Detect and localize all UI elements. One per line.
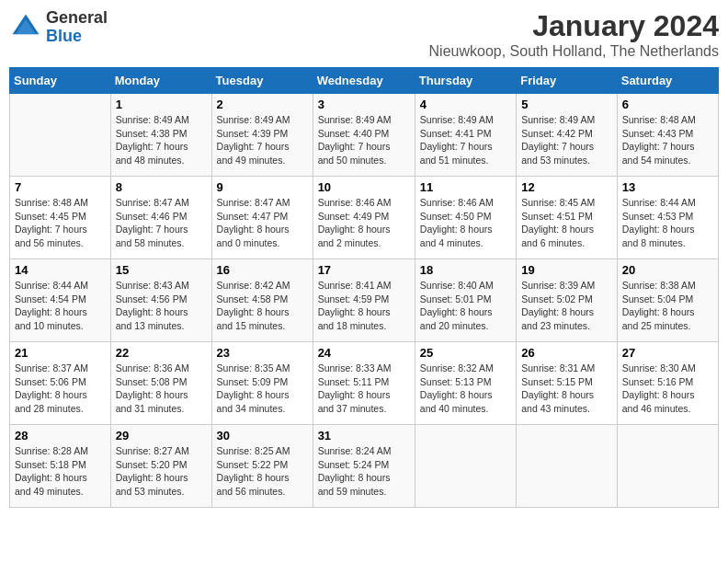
week-row-0: 1Sunrise: 8:49 AMSunset: 4:38 PMDaylight… (10, 94, 719, 177)
day-info: Sunrise: 8:48 AMSunset: 4:43 PMDaylight:… (622, 113, 713, 167)
cell-w4-d5 (517, 425, 618, 508)
day-info: Sunrise: 8:44 AMSunset: 4:53 PMDaylight:… (622, 196, 713, 250)
day-info: Sunrise: 8:49 AMSunset: 4:40 PMDaylight:… (318, 113, 410, 167)
day-info: Sunrise: 8:44 AMSunset: 4:54 PMDaylight:… (15, 279, 106, 333)
week-row-2: 14Sunrise: 8:44 AMSunset: 4:54 PMDayligh… (10, 259, 719, 342)
cell-w1-d3: 10Sunrise: 8:46 AMSunset: 4:49 PMDayligh… (313, 177, 415, 259)
day-info: Sunrise: 8:42 AMSunset: 4:58 PMDaylight:… (217, 279, 308, 333)
day-number: 10 (318, 180, 410, 194)
day-number: 30 (217, 429, 308, 442)
cell-w1-d1: 8Sunrise: 8:47 AMSunset: 4:46 PMDaylight… (110, 177, 211, 259)
cell-w1-d4: 11Sunrise: 8:46 AMSunset: 4:50 PMDayligh… (415, 177, 516, 259)
cell-w4-d2: 30Sunrise: 8:25 AMSunset: 5:22 PMDayligh… (211, 425, 313, 508)
day-info: Sunrise: 8:33 AMSunset: 5:11 PMDaylight:… (318, 362, 410, 416)
day-number: 28 (15, 429, 106, 442)
header-row: Sunday Monday Tuesday Wednesday Thursday… (10, 68, 719, 94)
day-info: Sunrise: 8:49 AMSunset: 4:39 PMDaylight:… (217, 113, 308, 167)
day-number: 22 (116, 346, 207, 360)
day-info: Sunrise: 8:45 AMSunset: 4:51 PMDaylight:… (521, 196, 612, 250)
day-info: Sunrise: 8:31 AMSunset: 5:15 PMDaylight:… (521, 362, 612, 416)
day-number: 7 (15, 180, 106, 194)
cell-w3-d2: 23Sunrise: 8:35 AMSunset: 5:09 PMDayligh… (211, 342, 313, 425)
day-number: 19 (521, 263, 612, 277)
logo-blue: Blue (46, 28, 108, 46)
cell-w4-d0: 28Sunrise: 8:28 AMSunset: 5:18 PMDayligh… (10, 425, 111, 508)
cell-w2-d3: 17Sunrise: 8:41 AMSunset: 4:59 PMDayligh… (313, 259, 415, 342)
day-number: 24 (318, 346, 410, 360)
cell-w4-d4 (415, 425, 516, 508)
header: General Blue January 2024 Nieuwkoop, Sou… (9, 9, 719, 60)
logo-general: General (46, 9, 108, 28)
day-number: 12 (521, 180, 612, 194)
cell-w3-d4: 25Sunrise: 8:32 AMSunset: 5:13 PMDayligh… (415, 342, 516, 425)
cell-w0-d5: 5Sunrise: 8:49 AMSunset: 4:42 PMDaylight… (517, 94, 618, 177)
cell-w0-d4: 4Sunrise: 8:49 AMSunset: 4:41 PMDaylight… (415, 94, 516, 177)
day-number: 11 (420, 180, 511, 194)
cell-w2-d5: 19Sunrise: 8:39 AMSunset: 5:02 PMDayligh… (517, 259, 618, 342)
day-number: 15 (116, 263, 207, 277)
week-row-1: 7Sunrise: 8:48 AMSunset: 4:45 PMDaylight… (10, 177, 719, 259)
day-number: 3 (318, 98, 410, 111)
day-number: 20 (622, 263, 713, 277)
cell-w3-d1: 22Sunrise: 8:36 AMSunset: 5:08 PMDayligh… (110, 342, 211, 425)
day-number: 18 (420, 263, 511, 277)
day-info: Sunrise: 8:47 AMSunset: 4:47 PMDaylight:… (217, 196, 308, 250)
col-monday: Monday (110, 68, 211, 94)
day-info: Sunrise: 8:49 AMSunset: 4:41 PMDaylight:… (420, 113, 511, 167)
cell-w0-d0 (10, 94, 111, 177)
day-number: 9 (217, 180, 308, 194)
cell-w3-d3: 24Sunrise: 8:33 AMSunset: 5:11 PMDayligh… (313, 342, 415, 425)
cell-w1-d5: 12Sunrise: 8:45 AMSunset: 4:51 PMDayligh… (517, 177, 618, 259)
logo: General Blue (9, 9, 108, 46)
cell-w3-d5: 26Sunrise: 8:31 AMSunset: 5:15 PMDayligh… (517, 342, 618, 425)
day-info: Sunrise: 8:36 AMSunset: 5:08 PMDaylight:… (116, 362, 207, 416)
calendar-title: January 2024 (429, 9, 719, 43)
calendar-table: Sunday Monday Tuesday Wednesday Thursday… (9, 67, 719, 508)
day-number: 4 (420, 98, 511, 111)
col-wednesday: Wednesday (313, 68, 415, 94)
col-thursday: Thursday (415, 68, 516, 94)
day-number: 27 (622, 346, 713, 360)
day-number: 31 (318, 429, 410, 442)
day-info: Sunrise: 8:35 AMSunset: 5:09 PMDaylight:… (217, 362, 308, 416)
day-info: Sunrise: 8:37 AMSunset: 5:06 PMDaylight:… (15, 362, 106, 416)
day-info: Sunrise: 8:39 AMSunset: 5:02 PMDaylight:… (521, 279, 612, 333)
logo-icon (9, 11, 42, 44)
calendar-header: Sunday Monday Tuesday Wednesday Thursday… (10, 68, 719, 94)
cell-w2-d2: 16Sunrise: 8:42 AMSunset: 4:58 PMDayligh… (211, 259, 313, 342)
day-info: Sunrise: 8:28 AMSunset: 5:18 PMDaylight:… (15, 444, 106, 499)
week-row-3: 21Sunrise: 8:37 AMSunset: 5:06 PMDayligh… (10, 342, 719, 425)
cell-w2-d1: 15Sunrise: 8:43 AMSunset: 4:56 PMDayligh… (110, 259, 211, 342)
cell-w1-d2: 9Sunrise: 8:47 AMSunset: 4:47 PMDaylight… (211, 177, 313, 259)
day-number: 26 (521, 346, 612, 360)
day-info: Sunrise: 8:49 AMSunset: 4:38 PMDaylight:… (116, 113, 207, 167)
day-number: 17 (318, 263, 410, 277)
day-number: 8 (116, 180, 207, 194)
cell-w0-d1: 1Sunrise: 8:49 AMSunset: 4:38 PMDaylight… (110, 94, 211, 177)
day-number: 25 (420, 346, 511, 360)
day-info: Sunrise: 8:46 AMSunset: 4:49 PMDaylight:… (318, 196, 410, 250)
day-info: Sunrise: 8:47 AMSunset: 4:46 PMDaylight:… (116, 196, 207, 250)
day-number: 5 (521, 98, 612, 111)
day-number: 23 (217, 346, 308, 360)
day-info: Sunrise: 8:48 AMSunset: 4:45 PMDaylight:… (15, 196, 106, 250)
cell-w2-d4: 18Sunrise: 8:40 AMSunset: 5:01 PMDayligh… (415, 259, 516, 342)
col-tuesday: Tuesday (211, 68, 313, 94)
cell-w1-d0: 7Sunrise: 8:48 AMSunset: 4:45 PMDaylight… (10, 177, 111, 259)
cell-w0-d2: 2Sunrise: 8:49 AMSunset: 4:39 PMDaylight… (211, 94, 313, 177)
calendar-body: 1Sunrise: 8:49 AMSunset: 4:38 PMDaylight… (10, 94, 719, 508)
cell-w4-d3: 31Sunrise: 8:24 AMSunset: 5:24 PMDayligh… (313, 425, 415, 508)
day-number: 29 (116, 429, 207, 442)
calendar-subtitle: Nieuwkoop, South Holland, The Netherland… (429, 43, 719, 60)
cell-w4-d6 (617, 425, 718, 508)
day-number: 13 (622, 180, 713, 194)
day-number: 6 (622, 98, 713, 111)
day-info: Sunrise: 8:41 AMSunset: 4:59 PMDaylight:… (318, 279, 410, 333)
day-number: 16 (217, 263, 308, 277)
day-number: 2 (217, 98, 308, 111)
col-saturday: Saturday (617, 68, 718, 94)
cell-w0-d6: 6Sunrise: 8:48 AMSunset: 4:43 PMDaylight… (617, 94, 718, 177)
title-section: January 2024 Nieuwkoop, South Holland, T… (429, 9, 719, 60)
cell-w1-d6: 13Sunrise: 8:44 AMSunset: 4:53 PMDayligh… (617, 177, 718, 259)
cell-w2-d6: 20Sunrise: 8:38 AMSunset: 5:04 PMDayligh… (617, 259, 718, 342)
